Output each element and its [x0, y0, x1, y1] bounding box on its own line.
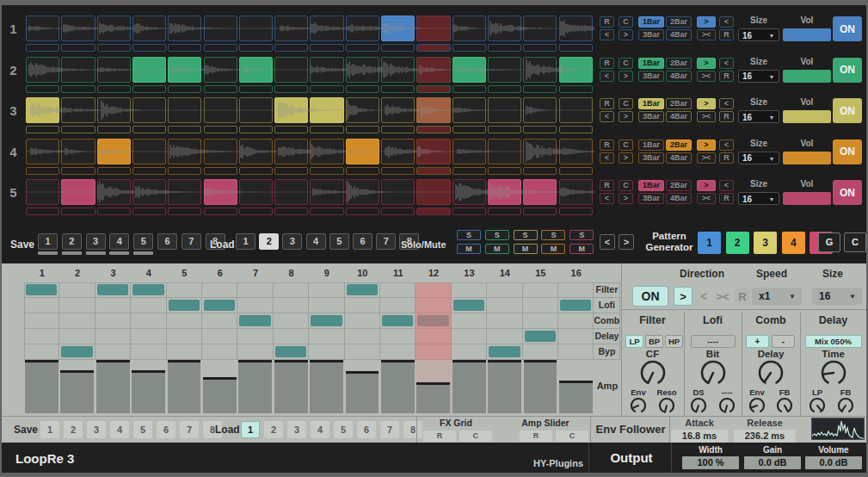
generator-track-button[interactable]: 2 — [726, 232, 749, 254]
fx-direction-random-button[interactable]: R — [735, 288, 750, 305]
clear-button[interactable]: C — [619, 58, 633, 69]
step-sub-cell[interactable] — [132, 85, 166, 93]
env-knob[interactable] — [748, 396, 766, 415]
step-sub-cell[interactable] — [26, 44, 59, 52]
step-sub-cell[interactable] — [239, 208, 273, 215]
shift-left-button[interactable]: < — [600, 71, 614, 82]
sequencer-cell[interactable] — [523, 57, 557, 83]
bar-length-4bar-button[interactable]: 4Bar — [666, 111, 692, 122]
direction-forward-button[interactable]: > — [697, 98, 716, 109]
sequencer-cell[interactable] — [452, 97, 486, 123]
sequencer-cell[interactable] — [204, 139, 237, 164]
fx-grid-cell[interactable] — [95, 329, 131, 344]
reso-knob[interactable] — [657, 396, 676, 415]
direction-random-button[interactable]: R — [719, 71, 734, 82]
pattern-save-slot-button[interactable]: 3 — [86, 233, 106, 250]
volume-slider[interactable] — [783, 152, 831, 164]
sequencer-cell[interactable] — [26, 57, 59, 83]
step-sub-cell[interactable] — [416, 44, 450, 52]
fx-grid-cell[interactable] — [309, 313, 344, 329]
clear-button[interactable]: C — [619, 16, 633, 28]
grid-size-dropdown[interactable]: 16▼ — [812, 288, 862, 305]
amp-slider[interactable] — [310, 360, 343, 413]
fx-grid-cell[interactable] — [167, 282, 202, 298]
preset-load-slot-button[interactable]: 1 — [241, 421, 260, 438]
shift-right-button[interactable]: > — [619, 152, 633, 164]
sequencer-cell[interactable] — [168, 15, 201, 41]
fx-grid-cell[interactable] — [167, 313, 202, 329]
direction-back-button[interactable]: < — [719, 98, 734, 109]
bar-length-2bar-button[interactable]: 2Bar — [666, 98, 692, 109]
fx-grid-cell[interactable] — [237, 313, 273, 329]
amp-slider[interactable] — [96, 360, 130, 413]
step-sub-cell[interactable] — [559, 208, 593, 215]
amp-slider-random-button[interactable]: R — [520, 431, 552, 442]
step-sub-cell[interactable] — [523, 44, 557, 52]
amp-slider[interactable] — [238, 360, 272, 413]
direction-random-button[interactable]: R — [719, 152, 734, 164]
preset-save-slot-button[interactable]: 3 — [87, 421, 106, 438]
fx-grid-cell[interactable] — [345, 329, 380, 344]
sequencer-cell[interactable] — [310, 139, 343, 164]
step-sub-cell[interactable] — [523, 167, 557, 175]
step-sub-cell[interactable] — [559, 85, 593, 93]
step-sub-cell[interactable] — [523, 126, 557, 133]
shift-left-button[interactable]: < — [600, 111, 614, 122]
fx-grid-cell[interactable] — [131, 313, 166, 329]
sequencer-cell[interactable] — [26, 15, 59, 41]
delay-mix-value-box[interactable]: Mix 050% — [805, 335, 862, 348]
pattern-save-slot-button[interactable]: 2 — [62, 233, 82, 250]
amp-slider[interactable] — [452, 360, 486, 413]
sequencer-cell[interactable] — [274, 57, 308, 83]
step-sub-cell[interactable] — [381, 44, 415, 52]
mute-button[interactable]: M — [569, 244, 594, 254]
fx-grid-cell[interactable] — [59, 329, 95, 344]
shift-right-button[interactable]: > — [619, 193, 633, 204]
sequencer-cell[interactable] — [204, 97, 237, 123]
shift-right-button[interactable]: > — [619, 29, 633, 40]
step-sub-cell[interactable] — [61, 167, 95, 175]
fx-grid-cell[interactable] — [95, 282, 131, 298]
bar-length-2bar-button[interactable]: 2Bar — [666, 180, 692, 191]
fx-grid-cell[interactable] — [167, 344, 202, 360]
size-dropdown[interactable]: 16▼ — [738, 110, 779, 123]
filter-mode-lp-button[interactable]: LP — [625, 335, 643, 348]
step-sub-cell[interactable] — [61, 44, 95, 52]
mute-button[interactable]: M — [485, 244, 509, 254]
track-on-button[interactable]: ON — [833, 139, 862, 164]
sequencer-cell[interactable] — [488, 97, 521, 123]
sequencer-cell[interactable] — [204, 15, 237, 41]
sequencer-cell[interactable] — [132, 139, 166, 164]
sequencer-cell[interactable] — [452, 57, 486, 83]
fx-grid-cell[interactable] — [131, 344, 166, 360]
step-sub-cell[interactable] — [168, 44, 201, 52]
fx-grid-cell[interactable] — [452, 329, 487, 344]
step-sub-cell[interactable] — [452, 208, 486, 215]
width-value-slider[interactable]: 100 % — [682, 456, 739, 469]
amp-slider-clear-button[interactable]: C — [556, 431, 588, 442]
step-sub-cell[interactable] — [310, 126, 343, 133]
filter-mode-hp-button[interactable]: HP — [665, 335, 683, 348]
pattern-save-slot-button[interactable]: 1 — [38, 233, 58, 250]
bar-length-2bar-button[interactable]: 2Bar — [666, 139, 692, 151]
solo-button[interactable]: S — [541, 230, 565, 240]
retrigger-button[interactable]: R — [600, 16, 614, 28]
gain-value-slider[interactable]: 0.0 dB — [744, 456, 801, 469]
sequencer-cell[interactable] — [132, 179, 166, 205]
step-sub-cell[interactable] — [346, 44, 379, 52]
fx-grid-cell[interactable] — [487, 298, 522, 313]
size-dropdown[interactable]: 16▼ — [738, 152, 779, 164]
step-sub-cell[interactable] — [381, 126, 415, 133]
step-sub-cell[interactable] — [26, 167, 59, 175]
sequencer-cell[interactable] — [346, 97, 379, 123]
step-sub-cell[interactable] — [61, 208, 95, 215]
sequencer-cell[interactable] — [310, 15, 343, 41]
mute-button[interactable]: M — [514, 244, 538, 254]
fx-grid-cell[interactable] — [95, 298, 131, 313]
step-sub-cell[interactable] — [452, 167, 486, 175]
amp-slider[interactable] — [559, 381, 593, 413]
fx-grid-cell[interactable] — [59, 313, 95, 329]
ds-knob[interactable] — [689, 396, 708, 415]
bar-length-2bar-button[interactable]: 2Bar — [666, 16, 692, 28]
step-sub-cell[interactable] — [274, 85, 308, 93]
